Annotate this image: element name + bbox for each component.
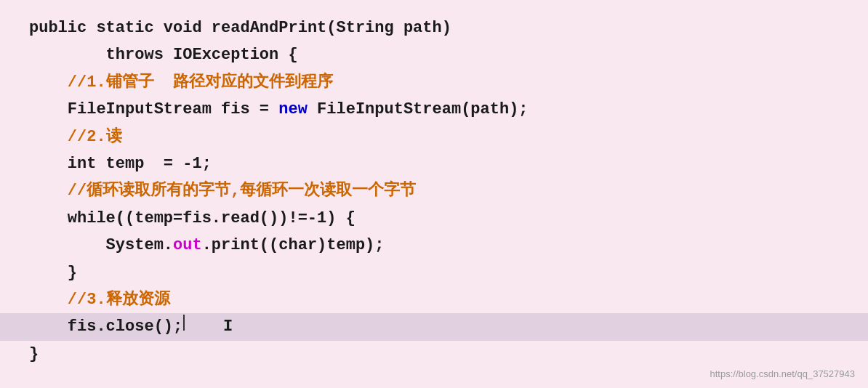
fis-close: fis.close(); [29,313,182,340]
code-line-2: throws IOException { [29,41,839,68]
system-print-start: System. [29,232,173,259]
class-fileinputstream2: FileInputStream [317,96,461,123]
fis-arg: (path); [461,96,528,123]
code-line-6: int temp = -1; [29,150,839,177]
code-line-4: FileInputStream fis = new FileInputStrea… [29,96,839,123]
code-line-10: } [29,259,839,286]
closing-brace-method: } [29,341,39,368]
method-name: readAndPrint( [212,15,337,41]
system-print-end: .print((char)temp); [202,232,385,259]
closing-brace-while: } [29,259,77,286]
class-fileinputstream: FileInputStream [68,96,212,123]
param-type: String [337,15,403,41]
indent-4 [29,96,68,123]
keyword-int: int [68,150,97,177]
out-keyword: out [173,232,202,259]
code-line-3: //1.铺管子 路径对应的文件到程序 [29,69,839,96]
while-statement: while((temp=fis.read())!=-1) { [29,205,355,232]
indent-6 [29,150,68,177]
code-line-9: System.out.print((char)temp); [29,232,839,259]
code-line-1: public static void readAndPrint(String p… [29,15,839,41]
param-name: path) [403,15,451,41]
throws-clause: throws IOException { [29,41,298,68]
code-line-11: //3.释放资源 [29,286,839,313]
fis-assign: fis = [212,96,278,123]
code-line-12: fis.close(); I [29,313,839,340]
comment-2: //2.读 [29,124,122,150]
comment-3: //循环读取所有的字节,每循环一次读取一个字节 [29,177,416,204]
keyword-new: new [278,96,317,123]
keyword-void: void [164,15,212,41]
keyword-public: public [29,15,96,41]
comment-1: //1.铺管子 路径对应的文件到程序 [29,69,333,96]
code-line-13: } [29,341,839,368]
code-container: public static void readAndPrint(String p… [0,0,868,388]
code-line-8: while((temp=fis.read())!=-1) { [29,205,839,232]
code-line-12-highlighted: fis.close(); I [0,313,868,340]
watermark: https://blog.csdn.net/qq_37527943 [710,368,856,379]
keyword-static: static [96,15,163,41]
code-line-5: //2.读 [29,124,839,150]
code-block: public static void readAndPrint(String p… [29,15,839,368]
cursor-space: I [185,313,233,340]
code-line-7: //循环读取所有的字节,每循环一次读取一个字节 [29,177,839,204]
comment-4: //3.释放资源 [29,286,170,313]
temp-assign: temp = -1; [96,150,211,177]
